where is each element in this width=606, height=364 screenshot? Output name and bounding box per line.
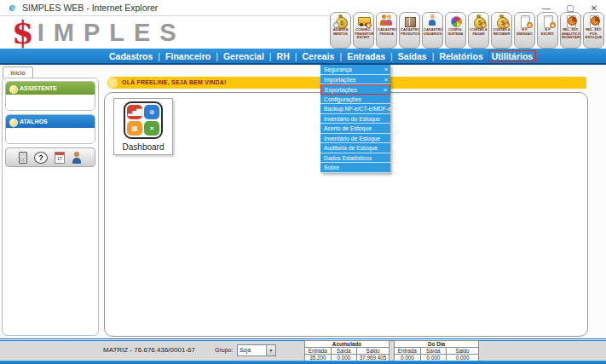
- tools-quadrant-icon: ×: [144, 121, 159, 136]
- menu-utilitarios[interactable]: Utilitários: [488, 50, 536, 62]
- user-icon: [426, 14, 439, 27]
- menu-item-configuracoes[interactable]: Configurações: [320, 95, 390, 105]
- calendar-day: 17: [55, 155, 64, 163]
- dollar-logo-glyph: $: [12, 18, 34, 47]
- menu-item-acerto-de-estoque[interactable]: Acerto de Estoque: [320, 124, 390, 134]
- dashboard-tile[interactable]: ▂▅▇ ⊕ ▦ × Dashboard: [113, 98, 173, 155]
- palette-icon: [449, 14, 462, 27]
- help-icon[interactable]: [34, 152, 48, 164]
- shortcut-nf-emissao[interactable]: N F EMISSÃO: [514, 12, 535, 49]
- col-header: Saída: [421, 348, 447, 354]
- calculator-icon[interactable]: [19, 152, 27, 164]
- menu-item-inventario-do-estoque[interactable]: Inventário do Estoque: [320, 114, 390, 124]
- shortcut-adiantamentos[interactable]: ADIANTA MENTOS: [330, 12, 351, 49]
- do-dia-title: Do Dia: [395, 341, 478, 348]
- col-header: Saída: [332, 348, 358, 354]
- menu-bar: Cadastros | Financeiro | Gerencial | RH …: [0, 49, 606, 65]
- shortcut-contas-a-pagar[interactable]: CONTAS A PAGAR: [468, 12, 489, 49]
- close-button[interactable]: ✕: [582, 3, 606, 13]
- money-bag-clock-icon: [334, 14, 347, 27]
- maximize-button[interactable]: ▢: [558, 3, 582, 13]
- submenu-arrow-icon: »: [384, 65, 388, 75]
- window-title: SIMPLES WEB - Internet Explorer: [22, 3, 158, 13]
- col-header: Saldo: [447, 348, 478, 354]
- menu-separator: |: [216, 51, 218, 61]
- menu-cadastros[interactable]: Cadastros: [109, 51, 153, 61]
- group-select-value: Soja: [240, 345, 251, 355]
- shortcut-conhec-transporte[interactable]: CONHEC. TRANSPORTE ESCRIT.: [353, 12, 374, 49]
- group-select[interactable]: Soja ▼: [237, 344, 276, 356]
- dashboard-icon: ▂▅▇ ⊕ ▦ ×: [124, 101, 163, 139]
- menu-item-backup-nfe-cte-mdfe[interactable]: Backup NF-e/CT-e/MDF-e: [320, 104, 390, 114]
- menu-cereais[interactable]: Cereais: [302, 51, 334, 61]
- utilitarios-dropdown: Segurança» Importações» Exportações» Con…: [320, 65, 390, 173]
- shortcut-contas-a-receber[interactable]: CONTAS A RECEBER: [491, 12, 512, 49]
- menu-saidas[interactable]: Saídas: [398, 51, 427, 61]
- menu-separator: |: [269, 51, 272, 61]
- group-label: Grupo:: [215, 347, 233, 353]
- menu-financeiro[interactable]: Financeiro: [165, 51, 211, 61]
- minimize-button[interactable]: —: [534, 3, 558, 13]
- globe-quadrant-icon: ⊕: [144, 105, 159, 119]
- assistente-body: [6, 95, 95, 110]
- bar-chart-quadrant-icon: ▂▅▇: [127, 105, 142, 119]
- simples-logo: $ IMPLES: [12, 18, 186, 47]
- atalhos-body: [6, 128, 95, 143]
- menu-rh[interactable]: RH: [277, 51, 290, 61]
- menu-separator: |: [339, 51, 342, 61]
- menu-separator: |: [390, 51, 393, 61]
- app-window: e SIMPLES WEB - Internet Explorer — ▢ ✕ …: [0, 0, 606, 364]
- shortcut-cadastro-usuarios[interactable]: CADASTRO USUÁRIOS: [422, 12, 443, 49]
- menu-item-sobre[interactable]: Sobre: [320, 163, 390, 173]
- menu-item-inventario-de-estoque[interactable]: Inventário de Estoque: [320, 134, 390, 144]
- header: $ IMPLES ADIANTA MENTOS CONHEC. TRANSPOR…: [0, 16, 606, 49]
- menu-entradas[interactable]: Entradas: [347, 51, 385, 61]
- atalhos-panel: ATALHOS: [5, 114, 95, 144]
- money-bag-plus-icon: [472, 14, 485, 27]
- people-icon: [380, 14, 393, 27]
- sidebar: ASSISTENTE ATALHOS 17: [2, 78, 99, 336]
- shortcut-toolbar: ADIANTA MENTOS CONHEC. TRANSPORTE ESCRIT…: [330, 12, 604, 49]
- dashboard-tile-label: Dashboard: [114, 142, 172, 152]
- shortcut-config-sistema[interactable]: CONFIG. SISTEMA: [445, 12, 466, 49]
- menu-item-exportacoes[interactable]: Exportações»: [320, 84, 390, 95]
- document-plus-icon: [541, 14, 554, 27]
- menu-item-dados-estatisticos[interactable]: Dados Estatísticos: [320, 153, 390, 164]
- menu-separator: |: [432, 51, 435, 61]
- col-header: Entrada: [305, 348, 332, 354]
- col-header: Entrada: [395, 348, 421, 354]
- grid-quadrant-icon: ▦: [127, 121, 142, 136]
- product-box-icon: [403, 14, 416, 27]
- document-plus-icon: [518, 14, 531, 27]
- shortcut-cadastro-pessoa[interactable]: CADASTRO PESSOA: [376, 12, 397, 49]
- shortcut-rel-est-pos-estoque[interactable]: REL. EST. POS. ESTOQUE: [583, 12, 604, 49]
- assistente-panel: ASSISTENTE: [5, 81, 95, 111]
- col-header: Saldo: [357, 348, 389, 354]
- chevron-down-icon: ▼: [266, 345, 275, 355]
- shortcut-cadastro-produtos[interactable]: CADASTRO PRODUTOS: [399, 12, 420, 49]
- shortcut-rel-est-analitico[interactable]: REL. EST. ANALITICO INVENTÁRIO: [560, 12, 581, 49]
- bottom-accent-line: [0, 361, 606, 364]
- truck-icon: [357, 14, 370, 27]
- report-pie-icon: [564, 14, 577, 27]
- welcome-text: OLÁ FREELINE, SEJA BEM VINDA!: [122, 77, 227, 89]
- user-icon[interactable]: [72, 152, 82, 164]
- menu-separator: |: [295, 51, 297, 61]
- submenu-arrow-icon: »: [384, 75, 388, 85]
- menu-item-importacoes[interactable]: Importações»: [320, 75, 390, 85]
- do-dia-table: Do Dia Entrada Saída Saldo 0.000 0.000 0…: [394, 340, 479, 361]
- tab-inicio[interactable]: Início: [3, 66, 33, 78]
- menu-relatorios[interactable]: Relatórios: [439, 51, 482, 61]
- menu-item-auditoria-de-estoque[interactable]: Auditoria de Estoque: [320, 143, 390, 153]
- shortcut-nf-escrit[interactable]: N F ESCRIT.: [537, 12, 558, 49]
- menu-gerencial[interactable]: Gerencial: [223, 51, 264, 61]
- menu-separator: |: [158, 51, 160, 61]
- sidebar-quick-iconbar: 17: [5, 147, 95, 167]
- money-bag-plus-icon: [495, 14, 508, 27]
- calendar-icon[interactable]: 17: [55, 152, 65, 164]
- atalhos-header[interactable]: ATALHOS: [6, 115, 95, 128]
- menu-item-seguranca[interactable]: Segurança»: [320, 65, 390, 75]
- internet-explorer-icon: e: [6, 2, 18, 14]
- logo-text: IMPLES: [38, 18, 186, 47]
- assistente-header[interactable]: ASSISTENTE: [6, 82, 95, 95]
